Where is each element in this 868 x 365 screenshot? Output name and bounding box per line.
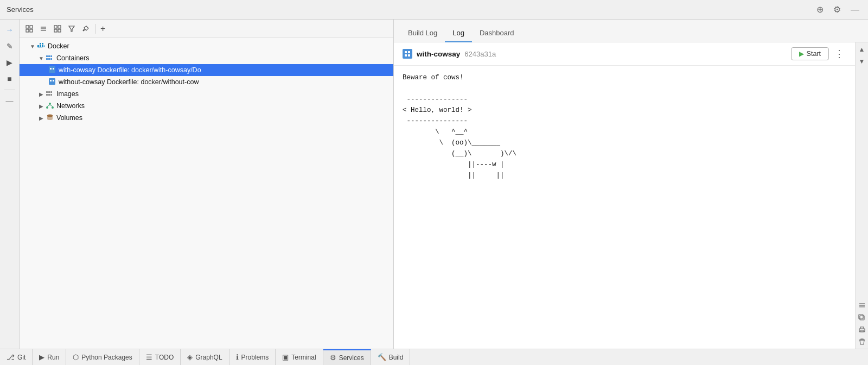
tab-dashboard[interactable]: Dashboard: [472, 24, 522, 42]
svg-rect-23: [49, 66, 55, 73]
toolbar-sep: [95, 24, 95, 34]
svg-rect-8: [58, 26, 61, 28]
svg-rect-28: [53, 80, 54, 81]
bottom-python-packages[interactable]: ⬡ Python Packages: [66, 349, 139, 365]
scroll-to-end-btn[interactable]: [857, 301, 867, 311]
svg-rect-42: [405, 51, 407, 53]
tab-log[interactable]: Log: [445, 24, 472, 42]
run-bottom-icon: ▶: [39, 353, 44, 361]
graphql-label: GraphQL: [195, 354, 222, 361]
bottom-run[interactable]: ▶ Run: [33, 349, 66, 365]
bottom-build[interactable]: 🔨 Build: [371, 349, 411, 365]
more-options-btn[interactable]: ⋮: [832, 47, 846, 61]
svg-rect-20: [46, 58, 48, 60]
scroll-up-btn[interactable]: ▲: [857, 45, 867, 54]
copy-btn[interactable]: [857, 313, 867, 323]
tree-item-docker[interactable]: ▼ Docker: [20, 40, 393, 52]
minimize-btn[interactable]: —: [848, 4, 861, 16]
tree-item-without-cowsay[interactable]: without-cowsay Dockerfile: docker/withou…: [20, 76, 393, 88]
tree-item-networks[interactable]: ▶ Networks: [20, 100, 393, 112]
svg-point-37: [52, 106, 54, 109]
navigate-icon[interactable]: →: [3, 23, 17, 37]
tree-item-with-cowsay[interactable]: with-cowsay Dockerfile: docker/with-cows…: [20, 64, 393, 76]
bottom-todo[interactable]: ☰ TODO: [139, 349, 181, 365]
collapse-icon[interactable]: —: [3, 94, 17, 108]
build-icon: 🔨: [378, 353, 386, 361]
svg-rect-50: [859, 314, 863, 319]
group-btn[interactable]: [51, 22, 64, 35]
delete-btn[interactable]: [857, 337, 867, 347]
docker-icon: [37, 41, 46, 52]
pin-btn[interactable]: [79, 22, 92, 35]
svg-rect-19: [50, 55, 52, 57]
separator: [4, 90, 15, 90]
svg-line-39: [50, 105, 53, 106]
start-icon: ▶: [799, 50, 804, 58]
bottom-services[interactable]: ⚙ Services: [323, 349, 371, 365]
run-icon[interactable]: ▶: [3, 55, 17, 70]
terminal-icon: ▣: [282, 353, 289, 361]
svg-rect-30: [48, 91, 50, 93]
add-btn[interactable]: +: [98, 22, 107, 35]
bottom-bar: ⎇ Git ▶ Run ⬡ Python Packages ☰ TODO ◈ G…: [0, 349, 868, 365]
bottom-terminal[interactable]: ▣ Terminal: [276, 349, 323, 365]
stop-icon[interactable]: ■: [3, 72, 17, 86]
tree-toolbar: +: [20, 20, 393, 38]
left-panel: + ▼ Docker: [20, 20, 394, 349]
git-label: Git: [17, 354, 25, 361]
toggle-volumes[interactable]: ▶: [37, 114, 46, 122]
networks-icon: [46, 101, 54, 111]
toggle-networks[interactable]: ▶: [37, 102, 46, 110]
title-bar-title: Services: [7, 5, 34, 14]
svg-rect-31: [50, 91, 52, 93]
content-area: with-cowsay 6243a31a ▶ Start ⋮ Beware of…: [394, 42, 868, 349]
log-output: Beware of cows! --------------- < Hello,…: [394, 66, 855, 349]
git-icon: ⎇: [7, 353, 15, 361]
bottom-problems[interactable]: ℹ Problems: [229, 349, 276, 365]
svg-marker-11: [69, 26, 74, 32]
svg-rect-7: [54, 26, 57, 28]
content-header: with-cowsay 6243a31a ▶ Start ⋮: [394, 42, 855, 66]
header-actions: ▶ Start ⋮: [791, 47, 846, 61]
svg-rect-49: [860, 316, 864, 320]
edit-icon[interactable]: ✎: [3, 39, 17, 53]
toggle-containers[interactable]: ▼: [37, 54, 46, 62]
services-icon: ⚙: [330, 354, 336, 362]
container-name: with-cowsay: [417, 50, 460, 58]
container-hash: 6243a31a: [464, 50, 496, 58]
svg-rect-17: [46, 55, 48, 57]
start-button[interactable]: ▶ Start: [791, 47, 829, 60]
svg-line-38: [47, 105, 50, 106]
bottom-graphql[interactable]: ◈ GraphQL: [181, 349, 229, 365]
svg-rect-45: [408, 54, 410, 56]
svg-rect-43: [408, 51, 410, 53]
settings-btn[interactable]: ⚙: [831, 3, 843, 16]
filter-btn[interactable]: [65, 22, 78, 35]
containers-label: Containers: [56, 54, 89, 62]
images-icon: [46, 89, 54, 99]
svg-rect-16: [42, 43, 43, 45]
scroll-down-btn[interactable]: ▼: [857, 56, 867, 66]
bottom-git[interactable]: ⎇ Git: [0, 349, 33, 365]
svg-point-36: [46, 106, 48, 109]
svg-rect-22: [50, 58, 52, 60]
tree-item-containers[interactable]: ▼ Containers: [20, 52, 393, 64]
terminal-label: Terminal: [291, 354, 316, 361]
with-cowsay-label: with-cowsay Dockerfile: docker/with-cows…: [59, 66, 201, 74]
build-label: Build: [389, 354, 404, 361]
tree-item-volumes[interactable]: ▶ Volumes: [20, 112, 393, 124]
right-scrollbar: ▲ ▼: [855, 42, 868, 349]
add-service-btn[interactable]: ⊕: [814, 3, 826, 16]
print-btn[interactable]: [857, 325, 867, 335]
python-icon: ⬡: [73, 353, 79, 361]
collapse-all-btn[interactable]: [23, 22, 36, 35]
toggle-images[interactable]: ▶: [37, 90, 46, 98]
tab-build-log[interactable]: Build Log: [400, 24, 445, 42]
expand-all-btn[interactable]: [37, 22, 50, 35]
tree-item-images[interactable]: ▶ Images: [20, 88, 393, 100]
svg-rect-0: [26, 26, 29, 28]
svg-rect-25: [53, 68, 54, 70]
toggle-docker[interactable]: ▼: [28, 42, 37, 51]
svg-rect-34: [50, 94, 52, 96]
svg-rect-1: [30, 26, 33, 28]
